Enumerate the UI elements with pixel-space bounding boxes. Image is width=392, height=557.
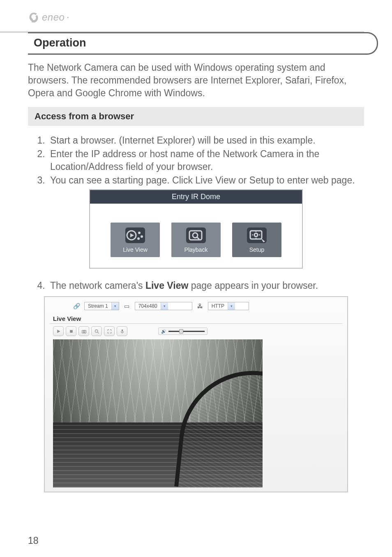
stop-button[interactable] bbox=[66, 326, 76, 336]
mic-button[interactable] bbox=[117, 326, 127, 336]
liveview-topbar: 🔗 Stream 1 ▾ ▭ 704x480 ▾ 🖧 HTTP ▾ bbox=[50, 300, 342, 314]
search-icon bbox=[186, 227, 206, 243]
intro-paragraph: The Network Camera can be used with Wind… bbox=[28, 61, 364, 100]
screenshot1-title: Entry IR Dome bbox=[90, 190, 302, 204]
stream-value: Stream 1 bbox=[85, 303, 111, 309]
gear-icon bbox=[247, 227, 267, 243]
svg-point-15 bbox=[95, 330, 98, 332]
screenshot1-body: Live View Playback Setup bbox=[90, 204, 302, 268]
stream-dropdown[interactable]: Stream 1 ▾ bbox=[84, 302, 119, 310]
play-icon bbox=[125, 227, 145, 243]
svg-rect-12 bbox=[70, 330, 73, 333]
liveview-controls: 🔊 bbox=[50, 326, 342, 336]
svg-marker-1 bbox=[130, 233, 134, 237]
steps-list-cont: The network camera's Live View page appe… bbox=[28, 279, 364, 292]
tile-label: Live View bbox=[111, 246, 160, 253]
svg-rect-5 bbox=[189, 231, 202, 240]
page-number: 18 bbox=[28, 535, 39, 546]
link-icon: 🔗 bbox=[73, 302, 80, 310]
screenshot-live-view: 🔗 Stream 1 ▾ ▭ 704x480 ▾ 🖧 HTTP ▾ Live V… bbox=[44, 296, 348, 492]
speaker-icon: 🔊 bbox=[161, 329, 166, 334]
tile-label: Setup bbox=[232, 246, 281, 253]
fullscreen-button[interactable] bbox=[104, 326, 115, 336]
svg-point-4 bbox=[137, 237, 140, 240]
snapshot-button[interactable] bbox=[78, 326, 89, 336]
section-heading-frame: Operation bbox=[28, 32, 378, 55]
brand-mark-icon bbox=[28, 12, 39, 23]
brand-dot: • bbox=[67, 15, 69, 20]
svg-point-2 bbox=[138, 232, 141, 234]
step-item: Enter the IP address or host name of the… bbox=[48, 148, 364, 173]
svg-marker-11 bbox=[57, 330, 60, 333]
step-item: The network camera's Live View page appe… bbox=[48, 279, 364, 292]
step4-pre: The network camera's bbox=[50, 280, 145, 291]
volume-thumb[interactable] bbox=[179, 329, 183, 334]
divider bbox=[50, 323, 342, 324]
step-item: Start a browser. (Internet Explorer) wil… bbox=[48, 134, 364, 147]
svg-point-3 bbox=[141, 235, 143, 238]
chevron-down-icon: ▾ bbox=[228, 302, 235, 310]
network-icon: 🖧 bbox=[196, 302, 204, 310]
tile-playback[interactable]: Playback bbox=[171, 223, 221, 257]
volume-slider[interactable]: 🔊 bbox=[158, 327, 208, 335]
svg-line-7 bbox=[197, 237, 199, 239]
step4-bold: Live View bbox=[145, 280, 188, 291]
volume-track bbox=[168, 331, 205, 332]
zoom-button[interactable] bbox=[91, 326, 102, 336]
protocol-dropdown[interactable]: HTTP ▾ bbox=[208, 302, 249, 310]
tile-live-view[interactable]: Live View bbox=[111, 223, 160, 257]
brand-text: eneo bbox=[42, 12, 65, 23]
svg-marker-10 bbox=[261, 238, 265, 242]
play-button[interactable] bbox=[53, 326, 64, 336]
svg-point-9 bbox=[254, 233, 258, 237]
monitor-icon: ▭ bbox=[123, 302, 131, 310]
brand-logo: eneo• bbox=[28, 12, 364, 23]
resolution-value: 704x480 bbox=[135, 303, 161, 309]
tile-label: Playback bbox=[171, 246, 221, 253]
section-heading: Operation bbox=[28, 34, 377, 52]
chevron-down-icon: ▾ bbox=[161, 302, 168, 310]
svg-rect-17 bbox=[121, 330, 122, 332]
svg-point-14 bbox=[83, 331, 85, 332]
step-item: You can see a starting page. Click Live … bbox=[48, 174, 364, 187]
resolution-dropdown[interactable]: 704x480 ▾ bbox=[135, 302, 192, 310]
step4-post: page appears in your browser. bbox=[188, 280, 318, 291]
screenshot-entry-page: Entry IR Dome Live View Playback Setup bbox=[89, 189, 303, 269]
tile-setup[interactable]: Setup bbox=[232, 223, 281, 257]
video-viewport bbox=[53, 339, 263, 487]
protocol-value: HTTP bbox=[208, 303, 228, 309]
steps-list: Start a browser. (Internet Explorer) wil… bbox=[28, 134, 364, 187]
sub-heading: Access from a browser bbox=[28, 107, 364, 126]
chevron-down-icon: ▾ bbox=[111, 302, 119, 310]
liveview-heading: Live View bbox=[53, 315, 342, 322]
svg-line-16 bbox=[97, 332, 99, 333]
